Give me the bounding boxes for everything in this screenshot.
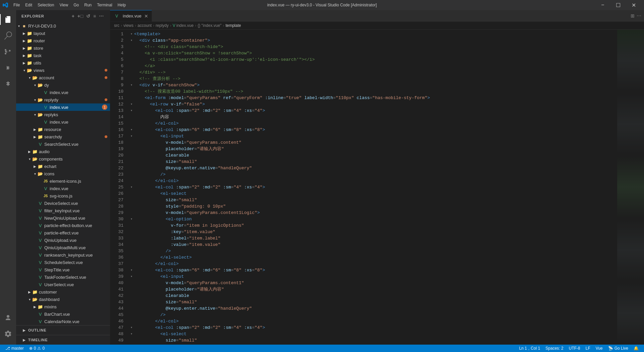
- sidebar-item-particle[interactable]: V particle-effect.vue: [16, 229, 110, 236]
- status-notifications[interactable]: 🔔: [631, 345, 641, 352]
- status-spaces[interactable]: Spaces: 2: [543, 345, 566, 352]
- status-eol[interactable]: LF: [583, 345, 593, 352]
- sidebar-item-deviceselect[interactable]: V DeviceSelect.vue: [16, 200, 110, 207]
- sidebar-item-mixins[interactable]: ▶ 📁 mixins: [16, 303, 110, 310]
- sidebar-item-index-icons[interactable]: V index.vue: [16, 185, 110, 192]
- sidebar-item-barchart[interactable]: V BarChart.vue: [16, 310, 110, 318]
- sidebar-item-replydy[interactable]: ▾ 📂 replydy: [16, 96, 110, 103]
- golive-label: Go Live: [614, 346, 628, 351]
- sidebar-item-calendarnote[interactable]: V CalendarNote.vue: [16, 318, 110, 325]
- maximize-button[interactable]: ☐: [610, 0, 626, 10]
- sidebar-item-task[interactable]: ▶ 📁 task: [16, 52, 110, 59]
- source-control-activity-icon[interactable]: [0, 44, 16, 60]
- sidebar-item-audio[interactable]: ▶ 📁 audio: [16, 148, 110, 155]
- menu-go[interactable]: Go: [71, 1, 82, 9]
- sidebar-item-qiniumulti[interactable]: V QiniuUploadMulti.vue: [16, 244, 110, 251]
- sidebar-item-ranksearch[interactable]: V ranksearch_keyinput.vue: [16, 251, 110, 259]
- sidebar-item-dy[interactable]: ▾ 📂 dy: [16, 81, 110, 89]
- audio-label: audio: [39, 149, 110, 154]
- sidebar-item-svg-icons[interactable]: JS svg-icons.js: [16, 192, 110, 200]
- settings-activity-icon[interactable]: [0, 326, 16, 342]
- menu-edit[interactable]: Edit: [22, 1, 35, 9]
- sidebar-item-searchselect[interactable]: V SearchSelect.vue: [16, 140, 110, 148]
- status-golive[interactable]: 📡 Go Live: [605, 345, 631, 352]
- sidebar-item-replyks[interactable]: ▾ 📂 replyks: [16, 111, 110, 118]
- refresh-icon[interactable]: ↺: [86, 13, 91, 19]
- new-folder-icon[interactable]: +□: [77, 13, 84, 19]
- sidebar-item-account[interactable]: ▾ 📂 account: [16, 74, 110, 81]
- sidebar-item-steptitle[interactable]: V StepTitle.vue: [16, 266, 110, 273]
- sidebar-item-index-dy[interactable]: V index.vue: [16, 89, 110, 96]
- outline-header[interactable]: ▶ OUTLINE: [16, 327, 110, 334]
- more-actions-icon[interactable]: ⋯: [637, 13, 641, 18]
- menu-view[interactable]: View: [57, 1, 71, 9]
- code-editor[interactable]: 123 456 789 101112 131415 161718 192021 …: [110, 30, 644, 345]
- sidebar-item-searchdy[interactable]: ▶ 📁 searchdy: [16, 133, 110, 140]
- crumb-replydy[interactable]: replydy: [156, 23, 169, 28]
- menu-terminal[interactable]: Terminal: [94, 1, 115, 9]
- sidebar-item-index-active[interactable]: V index.vue 1: [16, 103, 110, 111]
- menu-run[interactable]: Run: [82, 1, 94, 9]
- sidebar-item-store[interactable]: ▶ 📁 store: [16, 44, 110, 52]
- sidebar-item-taskfooter[interactable]: V TaskFooterSelect.vue: [16, 273, 110, 281]
- sidebar-item-userselect[interactable]: V UserSelect.vue: [16, 281, 110, 288]
- run-activity-icon[interactable]: [0, 60, 16, 76]
- crumb-account[interactable]: account: [138, 23, 152, 28]
- sidebar-item-filter[interactable]: V filter_keyInput.vue: [16, 207, 110, 214]
- sidebar-item-layout[interactable]: ▶ 📁 layout: [16, 30, 110, 37]
- new-file-icon[interactable]: +: [71, 13, 75, 19]
- status-lang[interactable]: Vue: [593, 345, 605, 352]
- sidebar-item-utils[interactable]: ▶ 📁 utils: [16, 59, 110, 67]
- sidebar-item-element-icons[interactable]: JS element-icons.js: [16, 177, 110, 185]
- menu-selection[interactable]: Selection: [35, 1, 57, 9]
- sidebar-item-router[interactable]: ▶ 📁 router: [16, 37, 110, 44]
- sidebar-item-echart[interactable]: ▶ 📁 echart: [16, 163, 110, 170]
- menu-help[interactable]: Help: [115, 1, 129, 9]
- split-editor-icon[interactable]: ⊞: [631, 13, 635, 18]
- vue-icon-pe: V: [38, 230, 43, 235]
- sidebar-item-particle-btn[interactable]: V particle-effect-button.vue: [16, 222, 110, 229]
- crumb-scope[interactable]: {} "index.vue": [198, 23, 221, 28]
- sidebar-item-index-replyks[interactable]: V index.vue: [16, 118, 110, 126]
- more-icon[interactable]: ⋯: [98, 13, 105, 19]
- sidebar-item-customer[interactable]: ▶ 📁 customer: [16, 288, 110, 296]
- sidebar-item-newqiniu[interactable]: V NewQiniuUpload.vue: [16, 214, 110, 222]
- minimize-button[interactable]: −: [595, 0, 610, 10]
- title-bar-menu[interactable]: File Edit Selection View Go Run Terminal…: [11, 1, 128, 9]
- sidebar-header-icons[interactable]: + +□ ↺ ≡ ⋯: [71, 13, 105, 19]
- sidebar-item-qiniu[interactable]: V QiniuUpload.vue: [16, 236, 110, 244]
- sidebar-item-icons[interactable]: ▾ 📂 icons: [16, 170, 110, 177]
- crumb-src[interactable]: src: [114, 23, 119, 28]
- project-root[interactable]: ▾ ■ RY-UI-DEV3.0: [16, 22, 110, 30]
- sidebar-item-resource[interactable]: ▶ 📁 resource: [16, 126, 110, 133]
- search-activity-icon[interactable]: [0, 28, 16, 44]
- utils-folder-icon: 📁: [27, 60, 32, 65]
- sidebar-item-components[interactable]: ▾ 📂 components: [16, 155, 110, 163]
- crumb-file[interactable]: V index.vue: [173, 23, 194, 28]
- crumb-template[interactable]: template: [225, 23, 241, 28]
- menu-file[interactable]: File: [11, 1, 22, 9]
- status-errors[interactable]: ⊗ 0 ⚠ 0: [26, 345, 47, 352]
- explorer-activity-icon[interactable]: [0, 11, 16, 28]
- timeline-header[interactable]: ▶ TIMELINE: [16, 337, 110, 343]
- col-label: Col 1: [531, 346, 540, 351]
- code-content[interactable]: ▾ <template> ▾ <div class="app-container…: [126, 30, 617, 345]
- sidebar-item-schedule[interactable]: V ScheduleSelect.vue: [16, 259, 110, 266]
- tab-index-vue[interactable]: V index.vue ✕: [110, 10, 152, 21]
- status-branch[interactable]: ⎇ master: [3, 345, 26, 352]
- extensions-activity-icon[interactable]: [0, 76, 16, 92]
- window-controls[interactable]: − ☐ ✕: [595, 0, 641, 10]
- sidebar-item-dashboard[interactable]: ▾ 📂 dashboard: [16, 296, 110, 303]
- close-button[interactable]: ✕: [626, 0, 641, 10]
- status-encoding[interactable]: UTF-8: [566, 345, 583, 352]
- replydy-folder-icon: 📂: [38, 97, 43, 102]
- tab-close-button[interactable]: ✕: [144, 13, 149, 19]
- tab-actions[interactable]: ⊞ ⋯: [628, 10, 644, 21]
- breadcrumb: src › views › account › replydy › V inde…: [110, 22, 644, 30]
- account-activity-icon[interactable]: [0, 310, 16, 326]
- collapse-icon[interactable]: ≡: [93, 13, 97, 19]
- crumb-views[interactable]: views: [123, 23, 133, 28]
- status-ln-col[interactable]: Ln 1, Col 1: [517, 345, 543, 352]
- code-line-2: ▾ <div class="app-container">: [126, 37, 617, 44]
- sidebar-item-views[interactable]: ▾ 📂 views: [16, 67, 110, 74]
